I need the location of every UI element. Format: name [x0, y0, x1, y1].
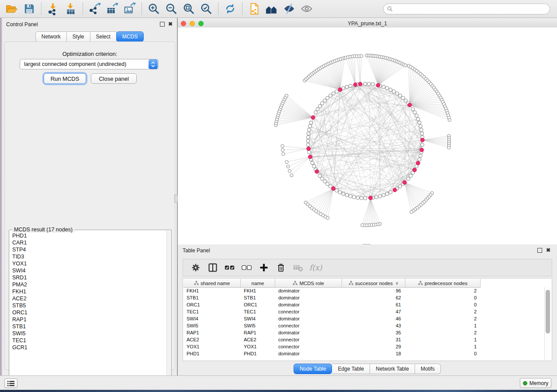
mcds-list-scrollbar[interactable]	[166, 230, 171, 390]
import-table-icon	[64, 2, 77, 15]
table-cell: STB1	[241, 295, 275, 300]
zoom-in-button[interactable]	[146, 1, 161, 16]
tab-motifs[interactable]: Motifs	[415, 364, 441, 374]
table-cell: 0	[405, 295, 481, 300]
application-window: Control Panel ✖ NetworkStyleSelectMCDS O…	[0, 0, 557, 392]
table-row[interactable]: FKH1FKH1dominator962	[183, 287, 545, 294]
table-row[interactable]: SWI5SWI5connector431	[183, 322, 545, 329]
tab-node-table[interactable]: Node Table	[294, 364, 332, 374]
tab-style[interactable]: Style	[67, 31, 90, 42]
mcds-result-item[interactable]: FKH1	[10, 288, 171, 295]
criterion-dropdown[interactable]: largest connected component (undirected)	[20, 59, 159, 69]
save-session-button[interactable]	[22, 1, 37, 16]
table-delete-icon	[293, 262, 303, 273]
vertical-splitter-grip[interactable]	[174, 195, 178, 203]
zoom-window-button[interactable]	[198, 21, 204, 26]
mcds-result-item[interactable]: SRD1	[10, 274, 171, 281]
list-icon	[7, 380, 15, 387]
table-row[interactable]: PHD1PHD1dominator180	[183, 350, 545, 357]
import-network-button[interactable]	[46, 1, 61, 16]
column-header-predecessor-nodes[interactable]: predecessor nodes	[405, 279, 481, 287]
plus-icon	[259, 263, 269, 272]
table-row[interactable]: STB1STB1dominator620	[183, 294, 545, 301]
mcds-result-item[interactable]: CAR1	[10, 239, 171, 246]
mcds-result-item[interactable]: ORC1	[10, 309, 171, 316]
create-column-button[interactable]	[257, 261, 270, 274]
duplicate-network-button[interactable]	[247, 1, 262, 16]
mcds-result-item[interactable]: SWI5	[10, 330, 171, 337]
search-input[interactable]	[395, 5, 546, 12]
show-all-button[interactable]	[299, 1, 314, 16]
close-panel-button[interactable]: ✖	[168, 22, 173, 27]
run-mcds-button[interactable]: Run MCDS	[44, 73, 86, 84]
mcds-result-item[interactable]: PMA2	[10, 281, 171, 288]
task-history-button[interactable]	[4, 378, 17, 388]
mcds-result-item[interactable]: GCR1	[10, 344, 171, 351]
zoom-fit-button[interactable]	[181, 1, 196, 16]
open-file-button[interactable]	[4, 1, 19, 16]
table-row[interactable]: YOX1YOX1connector291	[183, 343, 545, 350]
zoom-selected-button[interactable]	[199, 1, 214, 16]
mcds-result-item[interactable]: TEC1	[10, 337, 171, 344]
mcds-result-item[interactable]: SWI4	[10, 267, 171, 274]
refresh-button[interactable]	[223, 1, 238, 16]
table-scrollbar[interactable]	[544, 287, 551, 360]
table-cell: ACE2	[241, 337, 275, 342]
tab-select[interactable]: Select	[90, 31, 117, 42]
mcds-result-item[interactable]: TID3	[10, 253, 171, 260]
zoom-out-button[interactable]	[164, 1, 179, 16]
mcds-result-item[interactable]: ACE2	[10, 295, 171, 302]
table-scrollbar-thumb[interactable]	[546, 290, 550, 334]
network-canvas[interactable]	[178, 28, 557, 244]
export-network-icon	[88, 2, 101, 15]
mcds-result-item[interactable]: STB1	[10, 323, 171, 330]
first-neighbors-button[interactable]	[264, 1, 279, 16]
column-header-name[interactable]: name	[241, 279, 275, 287]
table-row[interactable]: TEC1TEC1connector472	[183, 308, 545, 315]
table-row[interactable]: ORC1ORC1dominator610	[183, 301, 545, 308]
column-header-successor-nodes[interactable]: successor nodes∨	[342, 279, 405, 287]
table-row[interactable]: RAP1RAP1dominator352	[183, 329, 545, 336]
column-header-shared-name[interactable]: shared name	[183, 279, 241, 287]
mcds-result-item[interactable]: PHD1	[10, 232, 171, 239]
namespace-tree-icon	[418, 281, 423, 285]
mcds-result-item[interactable]: YOX1	[10, 260, 171, 267]
hide-selected-button[interactable]	[282, 1, 297, 16]
table-mode-button[interactable]	[189, 261, 202, 274]
tab-mcds[interactable]: MCDS	[116, 31, 144, 42]
tab-network[interactable]: Network	[35, 31, 67, 42]
close-table-panel-button[interactable]: ✖	[546, 248, 551, 253]
tab-edge-table[interactable]: Edge Table	[332, 364, 370, 374]
table-row[interactable]: SWI4SWI4dominator462	[183, 315, 545, 322]
deselect-all-button[interactable]	[240, 261, 253, 274]
show-columns-button[interactable]	[206, 261, 219, 274]
search-box[interactable]	[383, 3, 550, 14]
minimize-window-button[interactable]	[190, 21, 195, 26]
import-table-button[interactable]	[63, 1, 78, 16]
close-panel-action-button[interactable]: Close panel	[91, 73, 137, 84]
export-network-button[interactable]	[87, 1, 102, 16]
export-image-button[interactable]	[122, 1, 137, 16]
refresh-icon	[224, 3, 236, 15]
export-table-button[interactable]	[105, 1, 120, 16]
table-cell: ORC1	[183, 302, 241, 307]
mcds-result-item[interactable]: STP4	[10, 246, 171, 253]
column-header-MCDS-role[interactable]: MCDS role	[275, 279, 342, 287]
delete-columns-button[interactable]	[274, 261, 287, 274]
mcds-result-list[interactable]: PHD1CAR1STP4TID3YOX1SWI4SRD1PMA2FKH1ACE2…	[10, 230, 171, 390]
network-window-titlebar[interactable]: YPA_prune.txt_1	[178, 19, 557, 28]
select-all-button[interactable]	[223, 261, 236, 274]
memory-button[interactable]: Memory	[520, 378, 551, 388]
float-table-panel-button[interactable]	[537, 248, 542, 253]
table-cell: YOX1	[183, 344, 241, 349]
table-cell: STB1	[183, 295, 241, 300]
mcds-result-item[interactable]: STB5	[10, 302, 171, 309]
table-cell: TEC1	[241, 309, 275, 314]
float-panel-button[interactable]	[160, 22, 165, 27]
tab-network-table[interactable]: Network Table	[370, 364, 415, 374]
table-cell: YOX1	[241, 344, 275, 349]
table-row[interactable]: ACE2ACE2connector311	[183, 336, 545, 343]
table-cell: 96	[342, 288, 405, 293]
mcds-result-item[interactable]: RAP1	[10, 316, 171, 323]
close-window-button[interactable]	[181, 21, 186, 26]
